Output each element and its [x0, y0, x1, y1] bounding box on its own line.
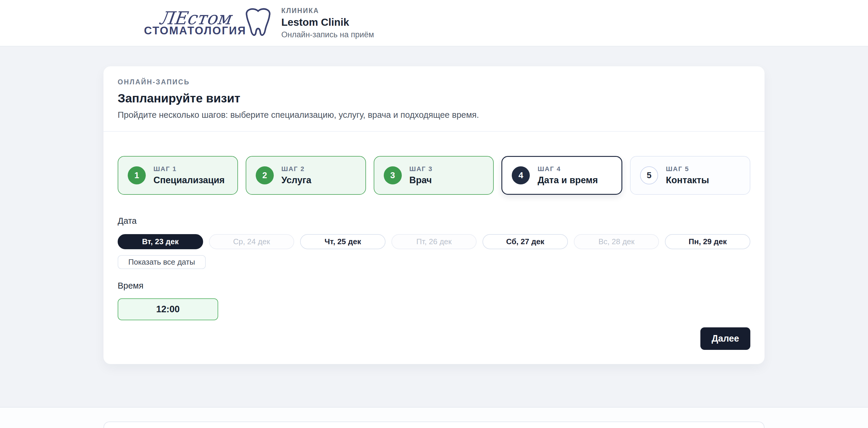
show-all-dates-button[interactable]: Показать все даты	[118, 255, 206, 269]
booking-card: ОНЛАЙН-ЗАПИСЬ Запланируйте визит Пройдит…	[103, 66, 765, 364]
booking-card-head: ОНЛАЙН-ЗАПИСЬ Запланируйте визит Пройдит…	[103, 66, 765, 131]
steps-row: 1 ШАГ 1 Специализация 2 ШАГ 2 Услуга 3 Ш…	[118, 156, 750, 195]
step-kicker: ШАГ 4	[537, 165, 598, 173]
date-chip-fri-26: Пт, 26 дек	[392, 234, 477, 249]
step-kicker: ШАГ 1	[153, 165, 225, 173]
tooth-icon	[243, 6, 274, 40]
step-number-badge: 5	[640, 166, 658, 184]
step-number-badge: 4	[512, 166, 530, 184]
date-chip-mon-29[interactable]: Пн, 29 дек	[665, 234, 750, 249]
date-chips-row: Вт, 23 дек Ср, 24 дек Чт, 25 дек Пт, 26 …	[118, 234, 750, 249]
step-name: Специализация	[153, 175, 225, 186]
step-card-doctor[interactable]: 3 ШАГ 3 Врач	[374, 156, 494, 195]
date-section-label: Дата	[118, 216, 750, 226]
actions-row: Далее	[118, 327, 750, 350]
date-chip-tue-23[interactable]: Вт, 23 дек	[118, 234, 203, 249]
time-slot-12-00[interactable]: 12:00	[118, 298, 218, 320]
step-name: Услуга	[281, 175, 311, 186]
date-chip-sun-28: Вс, 28 дек	[574, 234, 659, 249]
clinic-meta: КЛИНИКА Lestom Clinik Онлайн-запись на п…	[281, 7, 374, 39]
step-name: Контакты	[666, 175, 709, 186]
step-kicker: ШАГ 5	[666, 165, 709, 173]
logo-script-text: ЛЕстом	[158, 9, 232, 27]
step-number-badge: 3	[384, 166, 402, 184]
step-number-badge: 1	[128, 166, 146, 184]
step-kicker: ШАГ 2	[281, 165, 311, 173]
step-number-badge: 2	[256, 166, 274, 184]
step-card-specialization[interactable]: 1 ШАГ 1 Специализация	[118, 156, 238, 195]
step-name: Врач	[409, 175, 433, 186]
time-section-label: Время	[118, 281, 750, 291]
clinic-logo: ЛЕстом СТОМАТОЛОГИЯ	[144, 6, 274, 40]
clinic-tagline: Онлайн-запись на приём	[281, 30, 374, 39]
date-chip-sat-27[interactable]: Сб, 27 дек	[483, 234, 568, 249]
footer-card: Есть вопросы? Позвоните нам: 7 (3412) 33…	[103, 422, 765, 428]
next-button[interactable]: Далее	[701, 327, 750, 350]
step-card-service[interactable]: 2 ШАГ 2 Услуга	[246, 156, 366, 195]
booking-card-body: 1 ШАГ 1 Специализация 2 ШАГ 2 Услуга 3 Ш…	[103, 132, 765, 364]
page-title: Запланируйте визит	[118, 91, 750, 105]
step-card-date-time[interactable]: 4 ШАГ 4 Дата и время	[501, 156, 622, 195]
clinic-label: КЛИНИКА	[281, 7, 374, 15]
clinic-name: Lestom Clinik	[281, 16, 374, 28]
eyebrow-label: ОНЛАЙН-ЗАПИСЬ	[118, 78, 750, 86]
page-subtitle: Пройдите несколько шагов: выберите специ…	[118, 110, 750, 120]
step-name: Дата и время	[537, 175, 598, 186]
header: ЛЕстом СТОМАТОЛОГИЯ КЛИНИКА Lestom Clini…	[0, 0, 868, 47]
step-card-contacts: 5 ШАГ 5 Контакты	[630, 156, 750, 195]
step-kicker: ШАГ 3	[409, 165, 433, 173]
date-chip-wed-24: Ср, 24 дек	[209, 234, 294, 249]
footer: Есть вопросы? Позвоните нам: 7 (3412) 33…	[0, 407, 868, 428]
date-chip-thu-25[interactable]: Чт, 25 дек	[300, 234, 385, 249]
time-slots-row: 12:00	[118, 298, 750, 320]
